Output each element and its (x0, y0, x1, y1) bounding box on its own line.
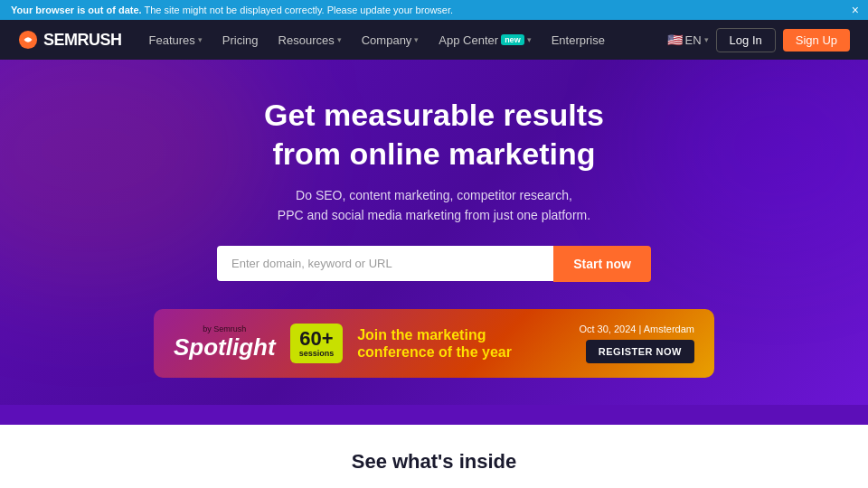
browser-warning-bar: Your browser is out of date. The site mi… (0, 0, 868, 20)
nav-menu: Features ▾ Pricing Resources ▾ Company ▾… (140, 28, 649, 52)
hero-subtitle: Do SEO, content marketing, competitor re… (18, 185, 850, 226)
sessions-badge: 60+ sessions (290, 324, 344, 363)
features-section: See what's inside (0, 425, 868, 488)
chevron-down-icon: ▾ (198, 35, 203, 44)
chevron-down-icon: ▾ (414, 35, 419, 44)
logo-text: SEMRUSH (43, 31, 122, 50)
spotlight-banner: by Semrush Spotlight 60+ sessions Join t… (154, 309, 714, 378)
nav-pricing[interactable]: Pricing (213, 28, 268, 52)
navbar-actions: 🇺🇸 EN ▾ Log In Sign Up (667, 28, 850, 52)
register-now-button[interactable]: REGISTER NOW (586, 340, 694, 363)
semrush-logo-icon (18, 30, 38, 50)
hero-section: Get measurable results from online marke… (0, 60, 868, 405)
nav-enterprise[interactable]: Enterprise (542, 28, 614, 52)
flag-icon: 🇺🇸 (667, 33, 683, 47)
language-selector[interactable]: 🇺🇸 EN ▾ (667, 33, 709, 47)
chevron-down-icon: ▾ (527, 35, 532, 44)
features-title: See what's inside (18, 450, 850, 474)
chevron-down-icon: ▾ (704, 35, 709, 44)
warning-text: Your browser is out of date. The site mi… (11, 5, 453, 15)
nav-resources[interactable]: Resources ▾ (269, 28, 351, 52)
logo[interactable]: SEMRUSH (18, 30, 122, 50)
nav-company[interactable]: Company ▾ (353, 28, 429, 52)
hero-headline: Get measurable results from online marke… (18, 96, 850, 173)
spotlight-brand: by Semrush Spotlight (174, 324, 276, 361)
start-now-button[interactable]: Start now (553, 246, 651, 282)
navbar: SEMRUSH Features ▾ Pricing Resources ▾ C… (0, 20, 868, 60)
search-input[interactable] (217, 246, 553, 281)
signup-button[interactable]: Sign Up (783, 29, 850, 52)
spotlight-register: Oct 30, 2024 | Amsterdam REGISTER NOW (579, 324, 694, 363)
spotlight-cta-text: Join the marketing conference of the yea… (357, 326, 564, 361)
nav-app-center[interactable]: App Center new ▾ (429, 28, 540, 52)
search-form: Start now (217, 246, 651, 282)
close-warning-button[interactable]: × (852, 3, 859, 17)
chevron-down-icon: ▾ (337, 35, 342, 44)
login-button[interactable]: Log In (716, 28, 776, 52)
nav-features[interactable]: Features ▾ (140, 28, 212, 52)
event-date: Oct 30, 2024 | Amsterdam (579, 324, 694, 334)
